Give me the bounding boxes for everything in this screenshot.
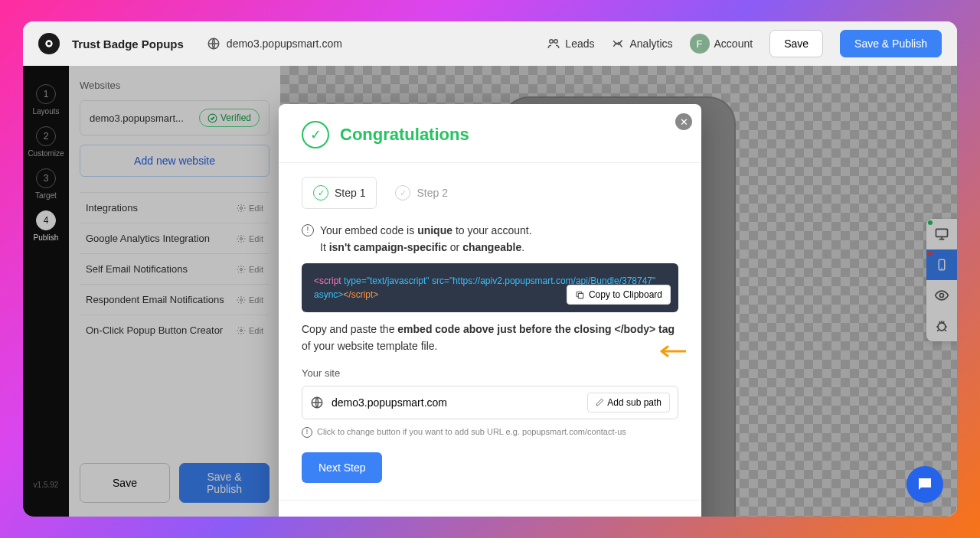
globe-icon	[310, 396, 324, 409]
info-icon: !	[302, 427, 312, 438]
step1-pill[interactable]: ✓Step 1	[302, 177, 377, 209]
leads-link[interactable]: Leads	[547, 37, 594, 51]
check-circle-icon: ✓	[302, 121, 329, 148]
step2-pill[interactable]: ✓Step 2	[384, 177, 458, 209]
save-button[interactable]: Save	[769, 30, 823, 57]
mail-icon	[302, 516, 314, 517]
account-link[interactable]: FAccount	[690, 34, 753, 54]
chat-icon	[916, 475, 934, 494]
domain-indicator[interactable]: demo3.popupsmart.com	[207, 37, 342, 51]
gtm-setup-link[interactable]: Setup with Google Tag Manager ↗	[544, 514, 654, 517]
svg-rect-15	[578, 293, 583, 298]
leads-icon	[547, 37, 560, 51]
copy-icon	[575, 290, 585, 300]
app-window: Trust Badge Popups demo3.popupsmart.com …	[23, 21, 957, 517]
congrats-modal: ✕ ✓ Congratulations ✓Step 1 ✓Step 2 ! Yo…	[279, 104, 701, 517]
pencil-icon	[596, 398, 604, 406]
info-text: ! Your embed code is unique to your acco…	[302, 223, 678, 256]
analytics-link[interactable]: Analytics	[612, 37, 673, 51]
step-check-icon: ✓	[313, 185, 328, 201]
app-body: 1Layouts 2Customize 3Target 4Publish v1.…	[23, 66, 957, 517]
next-step-button[interactable]: Next Step	[302, 452, 382, 483]
globe-icon	[207, 37, 220, 51]
topbar: Trust Badge Popups demo3.popupsmart.com …	[23, 21, 957, 66]
tag-icon	[544, 516, 556, 517]
svg-point-1	[47, 42, 51, 46]
paste-instructions: Copy and paste the embed code above just…	[302, 321, 678, 354]
your-site-label: Your site	[302, 366, 678, 381]
modal-close-button[interactable]: ✕	[675, 113, 692, 130]
site-input[interactable]	[332, 396, 580, 409]
avatar: F	[690, 34, 710, 54]
campaign-title: Trust Badge Popups	[72, 37, 184, 51]
globe-icon	[415, 516, 427, 517]
subpath-hint: !Click to change button if you want to a…	[302, 426, 678, 439]
analytics-icon	[612, 37, 626, 51]
copy-clipboard-button[interactable]: Copy to Clipboard	[567, 285, 671, 305]
svg-point-4	[554, 40, 558, 44]
cms-setup-link[interactable]: Setup with Popular CMS Services ↗	[415, 514, 525, 517]
site-input-row: Add sub path	[302, 386, 678, 419]
send-developer-link[interactable]: Send code to your developer	[302, 514, 397, 517]
svg-point-3	[550, 40, 554, 44]
embed-code-box: <script type="text/javascript" src="http…	[302, 263, 678, 312]
modal-title: Congratulations	[340, 125, 469, 145]
add-subpath-button[interactable]: Add sub path	[587, 393, 670, 412]
publish-button[interactable]: Save & Publish	[840, 30, 942, 57]
chat-button[interactable]	[906, 466, 943, 503]
info-icon: !	[302, 224, 314, 236]
step-check-icon: ✓	[395, 185, 410, 201]
pointer-arrow	[655, 344, 686, 358]
app-logo	[38, 33, 60, 54]
